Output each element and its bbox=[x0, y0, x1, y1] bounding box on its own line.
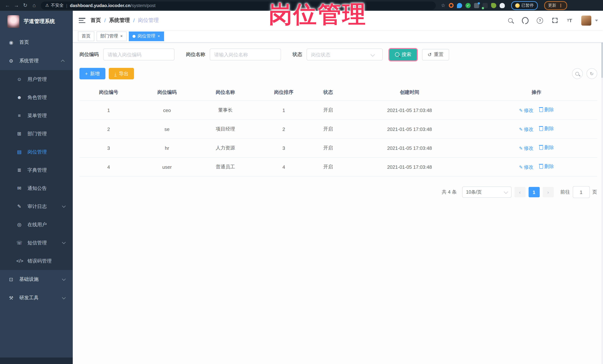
extension-orange-icon[interactable] bbox=[449, 3, 453, 8]
status-select[interactable] bbox=[307, 49, 378, 60]
menu-tree-icon: ≡ bbox=[16, 113, 22, 118]
prev-page-button[interactable]: ‹ bbox=[514, 187, 525, 197]
page-number-button[interactable]: 1 bbox=[528, 187, 540, 197]
address-bar[interactable]: ⚠ 不安全 | dashboard.yudao.iocoder.cn/syste… bbox=[41, 1, 436, 10]
sidebar-item-首页[interactable]: ◉首页 bbox=[0, 33, 73, 52]
font-size-icon[interactable]: TT bbox=[566, 17, 573, 24]
delete-link[interactable]: 删除 bbox=[540, 106, 554, 113]
chevron-down-icon bbox=[62, 295, 66, 299]
extension-paw-icon[interactable] bbox=[499, 3, 505, 8]
sidebar-item-基础设施[interactable]: ⊡基础设施 bbox=[0, 270, 73, 288]
cell-name: 人力资源 bbox=[196, 139, 255, 157]
reload-icon[interactable]: ↻ bbox=[21, 0, 30, 11]
edit-link[interactable]: ✎修改 bbox=[519, 164, 533, 171]
app-logo-row[interactable]: 芋道管理系统 bbox=[0, 11, 73, 33]
reset-button[interactable]: ↺重置 bbox=[422, 49, 449, 60]
sidebar-item-短信管理[interactable]: ☏短信管理 bbox=[0, 234, 73, 252]
export-button[interactable]: ↓导出 bbox=[109, 68, 134, 79]
edit-link[interactable]: ✎修改 bbox=[519, 145, 533, 152]
sms-icon: ☏ bbox=[16, 240, 22, 245]
help-icon[interactable]: ? bbox=[536, 17, 543, 24]
sidebar-item-在线用户[interactable]: ◎在线用户 bbox=[0, 215, 73, 234]
cell-code: se bbox=[138, 120, 196, 139]
tab-首页[interactable]: 首页 bbox=[78, 31, 94, 41]
breadcrumb-item-系统管理[interactable]: 系统管理 bbox=[109, 17, 130, 24]
next-page-button[interactable]: › bbox=[543, 187, 554, 197]
audit-log-icon: ✎ bbox=[16, 204, 22, 209]
tab-岗位管理[interactable]: 岗位管理× bbox=[129, 31, 164, 41]
sidebar-item-label: 基础设施 bbox=[19, 276, 62, 283]
add-button[interactable]: +新增 bbox=[80, 68, 105, 79]
sidebar-item-label: 系统管理 bbox=[19, 57, 62, 64]
chevron-down-icon[interactable] bbox=[595, 20, 598, 21]
sidebar-item-通知公告[interactable]: ✉通知公告 bbox=[0, 179, 73, 197]
status-select-input[interactable] bbox=[307, 49, 383, 60]
post-name-input[interactable] bbox=[210, 49, 281, 60]
hamburger-icon[interactable] bbox=[79, 18, 85, 23]
sidebar-item-菜单管理[interactable]: ≡菜单管理 bbox=[0, 106, 73, 125]
gear-icon: ⚙ bbox=[8, 58, 14, 64]
post-code-input[interactable] bbox=[103, 49, 174, 60]
cell-sort: 1 bbox=[255, 101, 313, 120]
paused-badge[interactable]: 已暂停 bbox=[511, 1, 538, 10]
sidebar-item-研发工具[interactable]: ⚒研发工具 bbox=[0, 288, 73, 307]
github-icon[interactable] bbox=[522, 17, 528, 24]
cell-sort: 2 bbox=[255, 120, 313, 139]
sidebar-item-角色管理[interactable]: ☻角色管理 bbox=[0, 88, 73, 106]
back-icon[interactable]: ← bbox=[3, 0, 12, 11]
bookmark-star-icon[interactable]: ☆ bbox=[441, 3, 445, 8]
refresh-button[interactable]: ↻ bbox=[586, 68, 597, 79]
tab-label: 部门管理 bbox=[100, 33, 118, 39]
column-header-岗位排序: 岗位排序 bbox=[255, 84, 313, 101]
avatar[interactable] bbox=[581, 15, 591, 25]
fullscreen-icon[interactable] bbox=[551, 17, 558, 24]
extension-grid-icon[interactable] bbox=[474, 3, 479, 8]
breadcrumb-item-首页[interactable]: 首页 bbox=[91, 17, 101, 24]
search-toggle-button[interactable] bbox=[572, 68, 583, 79]
browser-menu-icon[interactable]: ⋮ bbox=[558, 3, 563, 8]
page-size-select[interactable]: 10条/页 bbox=[462, 187, 511, 198]
sidebar-item-字典管理[interactable]: ≣字典管理 bbox=[0, 161, 73, 179]
delete-link[interactable]: 删除 bbox=[540, 163, 554, 170]
dept-icon: ⊞ bbox=[16, 131, 22, 136]
cell-created: 2021-01-05 17:03:48 bbox=[343, 101, 476, 120]
goto-page-input[interactable] bbox=[573, 186, 590, 198]
user-icon: ☺ bbox=[16, 77, 22, 82]
plus-icon: + bbox=[85, 71, 88, 77]
table-row: 1ceo董事长1开启2021-01-05 17:03:48✎修改删除 bbox=[80, 101, 597, 120]
sidebar-item-审计日志[interactable]: ✎审计日志 bbox=[0, 197, 73, 215]
home-icon[interactable]: ⌂ bbox=[30, 0, 39, 11]
sidebar-item-部门管理[interactable]: ⊞部门管理 bbox=[0, 125, 73, 143]
tags-bar: 首页部门管理×岗位管理× bbox=[73, 30, 603, 43]
breadcrumb-separator: / bbox=[133, 17, 135, 23]
cell-actions: ✎修改删除 bbox=[476, 157, 597, 176]
delete-link[interactable]: 删除 bbox=[540, 144, 554, 151]
sidebar-item-用户管理[interactable]: ☺用户管理 bbox=[0, 70, 73, 88]
extension-leaf-icon[interactable] bbox=[491, 3, 496, 8]
close-icon[interactable]: × bbox=[120, 34, 123, 39]
extension-wechat-icon[interactable]: G bbox=[482, 3, 487, 8]
active-tab-dot bbox=[133, 35, 136, 38]
tab-label: 岗位管理 bbox=[138, 33, 155, 39]
update-button[interactable]: 更新⋮ bbox=[544, 1, 567, 10]
security-label[interactable]: 不安全 bbox=[51, 3, 64, 8]
trash-icon bbox=[540, 108, 543, 112]
extension-check-icon[interactable]: ✓ bbox=[465, 3, 471, 8]
extension-pin-icon[interactable] bbox=[457, 3, 462, 8]
delete-link[interactable]: 删除 bbox=[540, 125, 554, 132]
forward-icon[interactable]: → bbox=[12, 0, 21, 11]
sidebar-item-label: 在线用户 bbox=[27, 221, 67, 228]
goto-label: 前往 bbox=[560, 189, 570, 195]
sidebar-item-岗位管理[interactable]: ▤岗位管理 bbox=[0, 143, 73, 161]
tab-部门管理[interactable]: 部门管理× bbox=[96, 31, 127, 41]
sidebar-item-系统管理[interactable]: ⚙系统管理 bbox=[0, 52, 73, 70]
edit-link[interactable]: ✎修改 bbox=[519, 107, 533, 114]
close-icon[interactable]: × bbox=[157, 34, 160, 39]
edit-link[interactable]: ✎修改 bbox=[519, 126, 533, 133]
search-icon[interactable] bbox=[507, 17, 513, 24]
content: 岗位编码 岗位名称 状态 搜索 ↺重置 bbox=[73, 43, 603, 364]
page-scrollbar[interactable] bbox=[601, 22, 603, 364]
pagination: 共 4 条 10条/页 ‹ 1 › 前往 页 bbox=[80, 186, 597, 198]
search-button[interactable]: 搜索 bbox=[389, 49, 417, 60]
sidebar-item-错误码管理[interactable]: </>错误码管理 bbox=[0, 252, 73, 270]
